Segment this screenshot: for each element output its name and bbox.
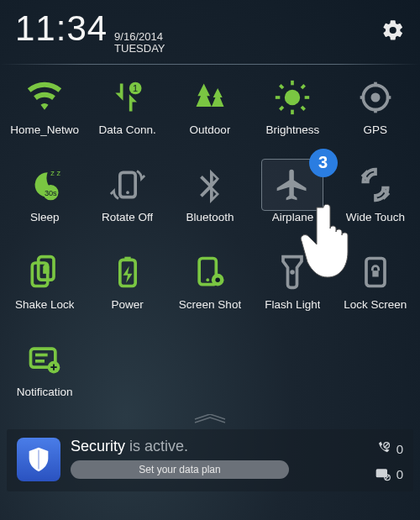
tile-label: Lock Screen [344,298,407,311]
svg-point-2 [285,89,300,104]
tile-lock-screen[interactable]: Lock Screen [334,246,417,323]
tile-flashlight[interactable]: Flash Light [251,246,333,323]
data-conn-icon: 1 [109,79,146,116]
tile-label: Sleep [30,211,60,223]
svg-point-21 [126,191,129,194]
blocked-messages-count: 0 [396,467,403,481]
airplane-icon [274,166,311,203]
tile-power[interactable]: Power [86,246,168,323]
gps-icon [357,79,394,116]
gear-icon [381,18,405,42]
brightness-icon [274,79,311,116]
svg-rect-41 [375,469,386,477]
rotate-icon [109,166,146,203]
set-data-plan-button[interactable]: Set your data plan [71,460,289,479]
tile-label: Shake Lock [15,298,75,311]
tile-gps[interactable]: GPS [334,71,417,149]
day-text: TUESDAY [114,43,165,55]
wifi-icon [26,79,63,116]
svg-text:30s: 30s [45,188,57,197]
flashlight-icon [274,254,311,291]
power-icon [109,254,146,291]
settings-button[interactable] [381,18,405,45]
bluetooth-icon [192,166,228,203]
svg-point-32 [291,270,296,275]
status-header: 11:34 9/16/2014 TUESDAY [0,0,420,60]
svg-line-7 [281,85,284,88]
divider [0,64,420,65]
shake-lock-icon [26,254,63,291]
missed-calls-count: 0 [396,442,403,456]
step-badge: 3 [309,149,338,177]
tile-data-conn[interactable]: 1 Data Conn. [86,71,168,149]
tile-airplane[interactable]: Airplane 3 [251,159,333,236]
date-block: 9/16/2014 TUESDAY [114,31,165,55]
svg-line-8 [302,107,305,110]
tile-screenshot[interactable]: Screen Shot [169,246,251,323]
svg-rect-34 [372,271,378,276]
notification-title-rest: is active. [125,438,188,454]
svg-point-29 [206,278,209,281]
tile-notification-settings[interactable]: Notification [3,334,86,411]
blocked-messages-counter: 0 [375,466,403,483]
tile-label: Data Conn. [98,123,155,136]
svg-rect-25 [43,269,49,274]
svg-text:1: 1 [133,82,138,92]
svg-line-40 [384,443,388,447]
svg-line-9 [281,107,284,110]
tile-label: Airplane [272,211,314,223]
sleep-icon: z z30s [26,166,63,203]
quick-settings-grid: Home_Netwo 1 Data Conn. Outdoor Brightne… [0,71,420,411]
tile-bluetooth[interactable]: Bluetooth [169,159,251,236]
tile-label: Flash Light [265,298,320,311]
notification-title-strong: Security [71,438,125,454]
svg-point-31 [215,277,220,282]
screenshot-icon [192,254,228,291]
missed-calls-counter: 0 [375,441,403,458]
tile-wifi[interactable]: Home_Netwo [3,71,86,149]
tile-label: Notification [17,386,73,398]
tile-label: Outdoor [190,123,231,136]
tile-label: Home_Netwo [10,123,79,136]
tile-label: GPS [364,123,388,136]
tile-shake-lock[interactable]: Shake Lock [3,246,86,323]
outdoor-icon [192,79,228,116]
tile-sleep[interactable]: z z30s Sleep [3,159,86,236]
tile-label: Wide Touch [346,211,405,223]
notification-settings-icon [26,341,63,378]
tile-wide-touch[interactable]: Wide Touch [334,159,417,236]
tile-brightness[interactable]: Brightness [251,71,333,149]
svg-rect-27 [124,256,130,260]
phone-blocked-icon [375,441,391,458]
tile-label: Bluetooth [186,211,234,223]
tile-label: Brightness [265,123,319,136]
security-app-icon [17,438,60,481]
notification-card-security[interactable]: Security is active. Set your data plan 0… [7,429,413,491]
tile-outdoor[interactable]: Outdoor [169,71,251,149]
svg-text:z z: z z [51,169,61,177]
lock-screen-icon [357,254,394,291]
svg-point-12 [370,92,380,102]
tile-rotate[interactable]: Rotate Off [86,159,168,236]
drawer-pull-handle[interactable] [0,414,420,426]
svg-line-10 [302,85,305,88]
tile-label: Rotate Off [102,211,153,223]
tile-label: Power [111,298,143,311]
wide-touch-icon [357,166,394,203]
message-blocked-icon [375,466,391,483]
clock-time: 11:34 [15,8,108,49]
date-text: 9/16/2014 [114,31,165,43]
notification-title: Security is active. [71,438,365,455]
tile-label: Screen Shot [179,298,241,311]
